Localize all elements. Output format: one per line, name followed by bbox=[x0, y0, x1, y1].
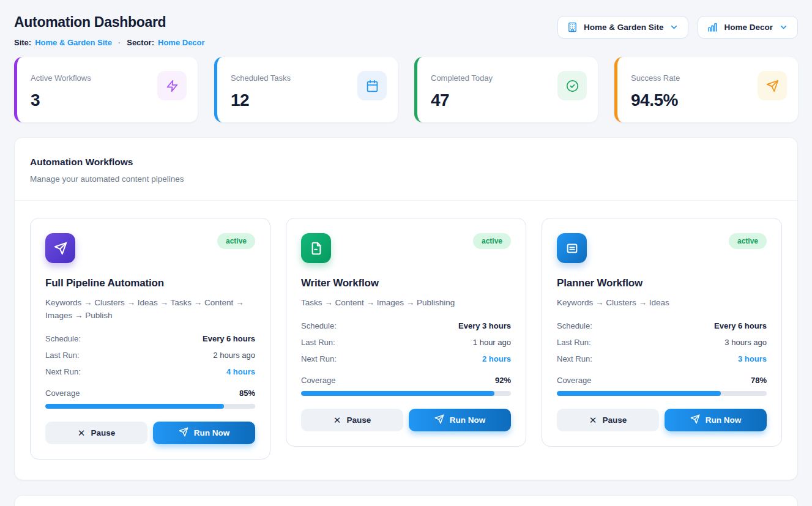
last-run-row: Last Run: 3 hours ago bbox=[557, 338, 767, 347]
workflow-card-full-pipeline: active Full Pipeline Automation Keywords… bbox=[30, 218, 270, 459]
stat-card-completed-today: Completed Today 47 bbox=[414, 57, 598, 122]
coverage-progressbar bbox=[557, 391, 767, 396]
site-selector-dropdown[interactable]: Home & Garden Site bbox=[557, 16, 689, 39]
next-run-row: Next Run: 4 hours bbox=[45, 367, 255, 376]
send-icon bbox=[179, 427, 188, 439]
x-icon: ✕ bbox=[333, 415, 341, 425]
pause-button[interactable]: ✕ Pause bbox=[557, 409, 659, 431]
send-icon bbox=[690, 414, 700, 426]
stat-card-scheduled-tasks: Scheduled Tasks 12 bbox=[214, 57, 398, 122]
run-now-button[interactable]: Run Now bbox=[153, 422, 255, 444]
stat-value: 3 bbox=[31, 91, 91, 110]
coverage-progressbar bbox=[45, 404, 255, 409]
stat-card-success-rate: Success Rate 94.5% bbox=[614, 57, 798, 122]
coverage-row: Coverage 92% bbox=[301, 376, 511, 385]
workflow-cards: active Full Pipeline Automation Keywords… bbox=[15, 201, 797, 480]
workflow-title: Planner Workflow bbox=[557, 277, 767, 289]
stats-row: Active Workflows 3 Scheduled Tasks 12 Co… bbox=[14, 57, 798, 122]
building-icon bbox=[567, 22, 578, 32]
steps-panel-header: Automation Steps Configure which steps a… bbox=[15, 496, 797, 506]
coverage-row: Coverage 85% bbox=[45, 389, 255, 398]
lightning-icon bbox=[157, 71, 187, 100]
stat-card-active-workflows: Active Workflows 3 bbox=[14, 57, 198, 122]
stat-label: Scheduled Tasks bbox=[231, 67, 291, 83]
automation-dashboard-page: Automation Dashboard Site: Home & Garden… bbox=[0, 0, 812, 506]
breadcrumb: Site: Home & Garden Site · Sector: Home … bbox=[14, 38, 205, 47]
workflow-title: Full Pipeline Automation bbox=[45, 277, 255, 289]
board-icon bbox=[557, 233, 587, 263]
chevron-down-icon bbox=[669, 23, 679, 32]
check-circle-icon bbox=[557, 71, 587, 100]
site-label: Site: bbox=[14, 38, 31, 47]
heading-block: Automation Dashboard Site: Home & Garden… bbox=[14, 10, 205, 47]
coverage-progress-fill bbox=[557, 391, 721, 396]
last-run-row: Last Run: 2 hours ago bbox=[45, 351, 255, 360]
schedule-row: Schedule: Every 3 hours bbox=[301, 321, 511, 330]
stat-value: 12 bbox=[231, 91, 291, 110]
x-icon: ✕ bbox=[78, 428, 86, 437]
coverage-value: 92% bbox=[495, 376, 511, 385]
send-icon bbox=[45, 233, 75, 263]
topbar: Automation Dashboard Site: Home & Garden… bbox=[14, 10, 798, 47]
coverage-progress-fill bbox=[301, 391, 494, 396]
run-now-button[interactable]: Run Now bbox=[665, 409, 767, 431]
site-link[interactable]: Home & Garden Site bbox=[35, 38, 112, 47]
coverage-progress-fill bbox=[45, 404, 224, 409]
bar-chart-icon bbox=[707, 22, 718, 32]
selectors: Home & Garden Site Home Decor bbox=[557, 16, 798, 39]
pause-button[interactable]: ✕ Pause bbox=[301, 409, 403, 431]
sector-link[interactable]: Home Decor bbox=[158, 38, 205, 47]
status-badge: active bbox=[729, 233, 767, 249]
page-title: Automation Dashboard bbox=[14, 14, 205, 31]
send-icon bbox=[434, 414, 444, 426]
workflows-panel-header: Automation Workflows Manage your automat… bbox=[15, 138, 797, 201]
workflow-card-writer: active Writer Workflow Tasks → Content →… bbox=[286, 218, 526, 447]
workflow-card-planner: active Planner Workflow Keywords → Clust… bbox=[542, 218, 782, 447]
workflows-title: Automation Workflows bbox=[30, 157, 782, 168]
last-run-row: Last Run: 1 hour ago bbox=[301, 338, 511, 347]
coverage-value: 85% bbox=[239, 389, 255, 398]
stat-value: 94.5% bbox=[631, 91, 680, 110]
status-badge: active bbox=[473, 233, 511, 249]
separator-dot: · bbox=[118, 38, 121, 47]
schedule-row: Schedule: Every 6 hours bbox=[45, 334, 255, 343]
run-now-button[interactable]: Run Now bbox=[409, 409, 511, 431]
workflows-panel: Automation Workflows Manage your automat… bbox=[14, 137, 798, 480]
next-run-row: Next Run: 3 hours bbox=[557, 354, 767, 363]
stat-value: 47 bbox=[431, 91, 493, 110]
coverage-row: Coverage 78% bbox=[557, 376, 767, 385]
pause-button[interactable]: ✕ Pause bbox=[45, 422, 147, 444]
workflow-pipeline: Keywords → Clusters → Ideas → Tasks → Co… bbox=[45, 297, 255, 322]
send-icon bbox=[758, 71, 787, 100]
document-icon bbox=[301, 233, 331, 263]
workflow-pipeline: Tasks → Content → Images → Publishing bbox=[301, 297, 511, 310]
workflow-title: Writer Workflow bbox=[301, 277, 511, 289]
calendar-icon bbox=[357, 71, 387, 100]
coverage-progressbar bbox=[301, 391, 511, 396]
stat-label: Active Workflows bbox=[31, 67, 91, 83]
coverage-value: 78% bbox=[751, 376, 767, 385]
sector-selector-dropdown[interactable]: Home Decor bbox=[698, 16, 798, 39]
workflows-subtitle: Manage your automated content pipelines bbox=[30, 174, 782, 184]
automation-steps-panel: Automation Steps Configure which steps a… bbox=[14, 495, 798, 506]
chevron-down-icon bbox=[779, 23, 788, 32]
schedule-row: Schedule: Every 6 hours bbox=[557, 321, 767, 330]
status-badge: active bbox=[217, 233, 255, 249]
sector-label: Sector: bbox=[127, 38, 154, 47]
site-selector-label: Home & Garden Site bbox=[584, 23, 664, 32]
sector-selector-label: Home Decor bbox=[724, 23, 773, 32]
x-icon: ✕ bbox=[589, 415, 597, 425]
stat-label: Success Rate bbox=[631, 67, 680, 83]
next-run-row: Next Run: 2 hours bbox=[301, 354, 511, 363]
workflow-pipeline: Keywords → Clusters → Ideas bbox=[557, 297, 767, 310]
stat-label: Completed Today bbox=[431, 67, 493, 83]
